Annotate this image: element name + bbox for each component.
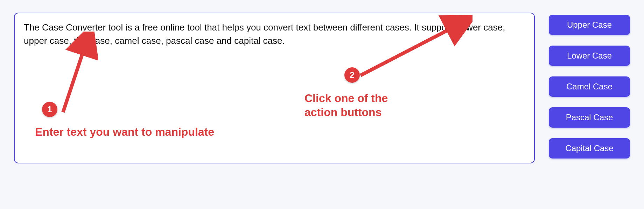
action-button-group: Upper Case Lower Case Camel Case Pascal … xyxy=(549,15,630,159)
annotation-step1-badge: 1 xyxy=(42,102,57,117)
annotation-step1-text: Enter text you want to manipulate xyxy=(35,125,214,139)
annotation-step2-text: Click one of the action buttons xyxy=(304,91,388,119)
camel-case-button[interactable]: Camel Case xyxy=(549,76,630,97)
annotation-step2-badge: 2 xyxy=(344,67,360,83)
capital-case-button[interactable]: Capital Case xyxy=(549,138,630,159)
lower-case-button[interactable]: Lower Case xyxy=(549,46,630,66)
annotation-step2-arrow-icon xyxy=(357,14,472,84)
svg-line-1 xyxy=(360,23,462,75)
pascal-case-button[interactable]: Pascal Case xyxy=(549,107,630,128)
upper-case-button[interactable]: Upper Case xyxy=(549,15,630,35)
svg-line-0 xyxy=(63,39,88,112)
